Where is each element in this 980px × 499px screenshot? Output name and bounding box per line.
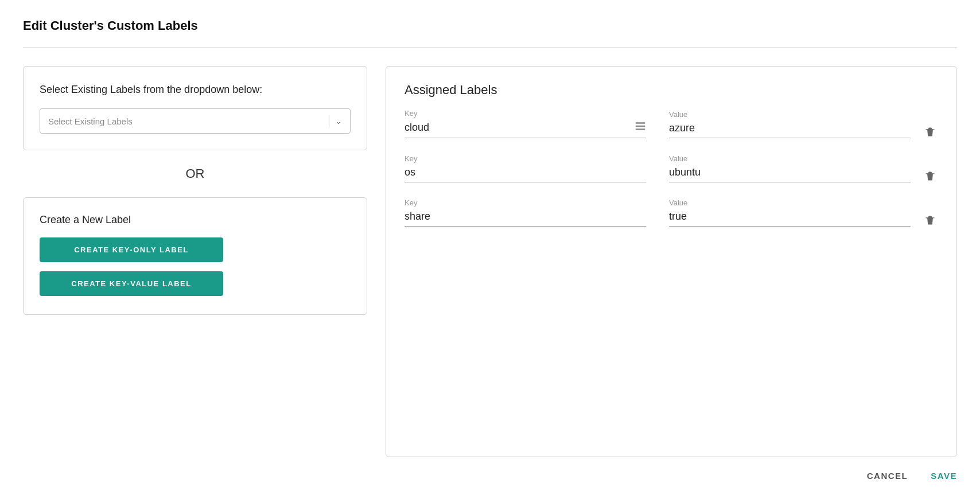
header-divider	[23, 47, 957, 48]
value-field-1: Value	[669, 110, 911, 138]
key-label-1: Key	[405, 109, 646, 118]
svg-rect-0	[636, 122, 645, 124]
svg-rect-4	[929, 128, 932, 129]
value-input-2[interactable]	[669, 166, 911, 178]
dialog-container: Edit Cluster's Custom Labels Select Exis…	[0, 0, 980, 499]
value-input-1[interactable]	[669, 122, 911, 134]
key-field-1: Key	[405, 109, 646, 138]
svg-rect-6	[929, 172, 932, 173]
label-row: Key Value	[405, 109, 938, 138]
label-row: Key Value	[405, 154, 938, 182]
select-labels-description: Select Existing Labels from the dropdown…	[40, 83, 351, 97]
save-button[interactable]: SAVE	[931, 471, 957, 481]
key-label-2: Key	[405, 154, 646, 163]
cancel-button[interactable]: CANCEL	[867, 471, 908, 481]
value-label-1: Value	[669, 110, 911, 119]
svg-rect-2	[636, 128, 645, 130]
select-existing-labels-dropdown[interactable]: Select Existing Labels ⌄	[40, 108, 351, 134]
delete-row-2-button[interactable]	[922, 170, 938, 182]
key-input-1[interactable]	[405, 122, 630, 134]
or-divider-text: OR	[23, 166, 367, 181]
key-field-row-1	[405, 121, 646, 138]
value-label-3: Value	[669, 198, 911, 207]
select-labels-box: Select Existing Labels from the dropdown…	[23, 66, 367, 150]
create-label-title: Create a New Label	[40, 214, 351, 226]
dropdown-placeholder-text: Select Existing Labels	[48, 116, 323, 126]
label-row: Key Value	[405, 198, 938, 227]
key-field-row-3	[405, 210, 646, 227]
value-input-3[interactable]	[669, 210, 911, 223]
value-field-row-1	[669, 122, 911, 138]
dialog-title: Edit Cluster's Custom Labels	[23, 18, 957, 33]
create-label-box: Create a New Label CREATE KEY-ONLY LABEL…	[23, 197, 367, 315]
key-field-row-2	[405, 166, 646, 182]
key-input-3[interactable]	[405, 210, 646, 223]
value-field-3: Value	[669, 198, 911, 227]
svg-rect-1	[636, 126, 645, 127]
left-panel: Select Existing Labels from the dropdown…	[23, 66, 367, 457]
create-key-only-label-button[interactable]: CREATE KEY-ONLY LABEL	[40, 237, 223, 262]
assigned-labels-title: Assigned Labels	[405, 83, 938, 98]
list-icon-1[interactable]	[635, 121, 646, 134]
svg-rect-8	[929, 216, 932, 217]
right-panel: Assigned Labels Key	[386, 66, 957, 457]
dialog-footer: CANCEL SAVE	[23, 457, 957, 499]
chevron-down-icon: ⌄	[335, 116, 342, 126]
value-label-2: Value	[669, 154, 911, 163]
value-field-row-3	[669, 210, 911, 227]
key-field-2: Key	[405, 154, 646, 182]
value-field-2: Value	[669, 154, 911, 182]
create-key-value-label-button[interactable]: CREATE KEY-VALUE LABEL	[40, 271, 223, 296]
content-area: Select Existing Labels from the dropdown…	[23, 66, 957, 457]
key-input-2[interactable]	[405, 166, 646, 178]
value-field-row-2	[669, 166, 911, 182]
key-label-3: Key	[405, 198, 646, 207]
delete-row-1-button[interactable]	[922, 126, 938, 138]
delete-row-3-button[interactable]	[922, 214, 938, 227]
dropdown-divider	[329, 115, 329, 127]
key-field-3: Key	[405, 198, 646, 227]
